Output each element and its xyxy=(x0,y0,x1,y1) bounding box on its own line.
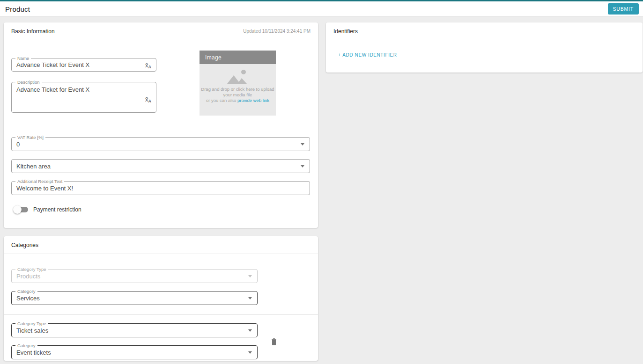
identifiers-title: Identifiers xyxy=(333,28,358,35)
delete-category-button[interactable] xyxy=(269,337,279,347)
payment-restriction-label: Payment restriction xyxy=(33,206,81,213)
dropzone-text-line3: or you can also provide web link xyxy=(200,98,276,103)
category-type-select[interactable]: Category Type Ticket sales xyxy=(11,323,258,337)
vat-rate-label: VAT Rate [%] xyxy=(15,135,45,140)
identifiers-header: Identifiers xyxy=(326,22,643,40)
category-group-divider xyxy=(4,314,318,315)
category-select[interactable]: Category Services xyxy=(11,291,258,305)
categories-card: Categories Category Type Products Catego… xyxy=(4,236,318,361)
category-value: Event tickets xyxy=(16,349,51,356)
basic-information-card: Basic Information Updated 10/11/2024 3:2… xyxy=(4,22,318,228)
category-label: Category xyxy=(15,289,37,294)
area-value: Kitchen area xyxy=(16,163,51,170)
area-select[interactable]: Kitchen area xyxy=(11,159,310,173)
payment-restriction-toggle[interactable] xyxy=(13,205,29,214)
dropdown-caret-icon xyxy=(248,275,252,277)
provide-web-link[interactable]: provide web link xyxy=(237,98,269,103)
dropdown-caret-icon xyxy=(301,143,304,146)
name-field-label: Name xyxy=(15,56,31,61)
image-upload-widget: Image Drag and drop or click here to upl… xyxy=(200,51,276,116)
updated-timestamp: Updated 10/11/2024 3:24:41 PM xyxy=(243,29,310,34)
additional-receipt-text-label: Additional Receipt Text xyxy=(15,179,64,184)
toggle-thumb xyxy=(13,205,22,214)
category-type-select-disabled: Category Type Products xyxy=(11,269,258,283)
categories-title: Categories xyxy=(11,242,38,248)
category-label: Category xyxy=(15,343,37,348)
name-input[interactable] xyxy=(12,58,156,71)
submit-button[interactable]: SUBMIT xyxy=(608,3,639,15)
vat-rate-value: 0 xyxy=(16,141,20,148)
image-placeholder-icon xyxy=(226,69,250,85)
vat-rate-select[interactable]: VAT Rate [%] 0 xyxy=(11,137,310,151)
image-dropzone[interactable]: Drag and drop or click here to upload yo… xyxy=(200,64,276,116)
description-input[interactable]: Advance Ticket for Event X xyxy=(12,82,156,112)
add-new-identifier-button[interactable]: + ADD NEW IDENTIFIER xyxy=(338,52,397,58)
category-value: Services xyxy=(16,295,40,302)
categories-header: Categories xyxy=(4,236,318,254)
translate-icon[interactable]: x̄A xyxy=(145,62,151,70)
dropdown-caret-icon xyxy=(301,165,304,167)
dropdown-caret-icon xyxy=(248,297,252,299)
identifiers-card: Identifiers + ADD NEW IDENTIFIER xyxy=(326,22,643,73)
dropzone-text-line2: your media file xyxy=(200,92,276,98)
basic-information-header: Basic Information Updated 10/11/2024 3:2… xyxy=(4,22,318,40)
app-header: Product SUBMIT xyxy=(0,1,643,17)
name-field[interactable]: Name x̄A xyxy=(11,58,156,72)
category-type-value: Products xyxy=(16,273,40,280)
description-field[interactable]: Description Advance Ticket for Event X x… xyxy=(11,82,156,113)
category-type-label: Category Type xyxy=(15,267,48,272)
category-type-label: Category Type xyxy=(15,321,48,326)
dropdown-caret-icon xyxy=(248,329,252,332)
category-select[interactable]: Category Event tickets xyxy=(11,345,258,359)
dropdown-caret-icon xyxy=(248,351,252,354)
additional-receipt-text-field[interactable]: Additional Receipt Text xyxy=(11,181,310,195)
basic-information-title: Basic Information xyxy=(11,28,55,35)
description-field-label: Description xyxy=(15,80,42,85)
page-title: Product xyxy=(5,5,30,13)
translate-icon[interactable]: x̄A xyxy=(145,96,151,104)
dropzone-text-line1: Drag and drop or click here to upload xyxy=(200,87,276,92)
category-type-value: Ticket sales xyxy=(16,327,48,334)
trash-icon xyxy=(270,337,278,346)
payment-restriction-row: Payment restriction xyxy=(13,205,81,214)
image-widget-title: Image xyxy=(200,51,276,64)
